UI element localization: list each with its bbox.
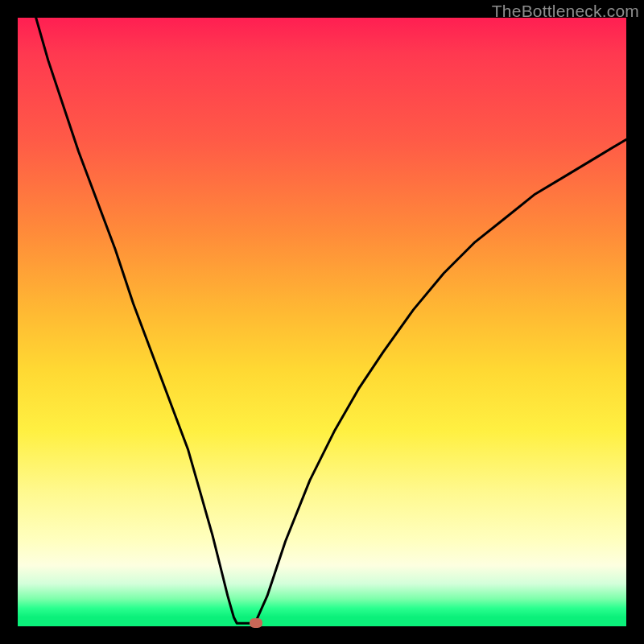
optimum-marker	[250, 618, 262, 628]
plot-area	[18, 18, 626, 626]
bottleneck-curve	[18, 18, 626, 626]
chart-frame: TheBottleneck.com	[0, 0, 644, 644]
watermark-text: TheBottleneck.com	[492, 2, 639, 21]
